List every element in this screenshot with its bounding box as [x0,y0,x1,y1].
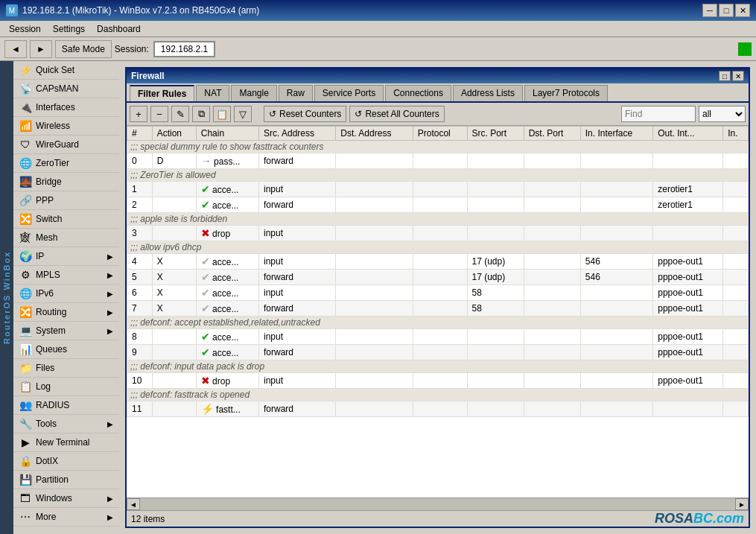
col-src--port[interactable]: Src. Port [467,127,524,141]
menu-session[interactable]: Session [3,22,47,36]
col-in-[interactable]: In. [723,127,749,141]
table-row[interactable]: ;;; defconf: accept established,related,… [127,317,749,329]
cell-dst [413,401,467,417]
col-protocol[interactable]: Protocol [413,127,467,141]
remove-rule-button[interactable]: − [150,106,168,122]
cell-proto: 17 (udp) [467,270,524,285]
table-row[interactable]: 2✔ acce...forwardzerotier1 [127,197,749,213]
cell-sport [524,254,580,270]
table-row[interactable]: 5X✔ acce...forward17 (udp)546pppoe-out1 [127,270,749,285]
table-row[interactable]: 1✔ acce...inputzerotier1 [127,182,749,197]
close-button[interactable]: ✕ [735,4,750,17]
horizontal-scrollbar[interactable]: ◄ ► [127,498,749,510]
sidebar-item-bridge[interactable]: 🌉 Bridge [13,173,119,191]
sidebar-item-quick-set[interactable]: ⚡ Quick Set [13,61,119,80]
col-chain[interactable]: Chain [196,127,258,141]
sidebar-item-windows[interactable]: 🗔 Windows ▶ [13,489,119,508]
sidebar-item-ipv6[interactable]: 🌐 IPv6 ▶ [13,285,119,303]
sidebar-item-mpls[interactable]: ⚙ MPLS ▶ [13,266,119,285]
cell-src [336,254,413,270]
search-input[interactable] [621,106,696,122]
table-row[interactable]: ;;; ZeroTier is allowed [127,169,749,182]
sidebar-item-new-terminal[interactable]: ▶ New Terminal [13,433,119,452]
col-out--int---[interactable]: Out. Int... [653,127,723,141]
sidebar-item-system[interactable]: 💻 System ▶ [13,322,119,340]
table-row[interactable]: 9✔ acce...forwardpppoe-out1 [127,345,749,360]
sidebar-item-radius[interactable]: 👥 RADIUS [13,396,119,415]
sidebar-item-wireless[interactable]: 📶 Wireless [13,117,119,136]
filter-select[interactable]: allinputforwardoutput [699,106,746,122]
cell-out-iface [723,345,749,360]
comment-cell: ;;; apple site is forbidden [127,213,749,226]
sidebar-item-queues[interactable]: 📊 Queues [13,340,119,359]
col-action[interactable]: Action [152,127,196,141]
sidebar-item-tools[interactable]: 🔧 Tools ▶ [13,415,119,433]
sidebar-item-mesh[interactable]: 🕸 Mesh [13,229,119,247]
col--[interactable]: # [127,127,153,141]
sidebar-item-switch[interactable]: 🔀 Switch [13,210,119,229]
sidebar-item-files[interactable]: 📁 Files [13,359,119,378]
sidebar-item-wireguard[interactable]: 🛡 WireGuard [13,136,119,154]
maximize-button[interactable]: □ [719,4,734,17]
scroll-track[interactable] [140,498,735,510]
table-row[interactable]: ;;; allow ipv6 dhcp [127,241,749,254]
tab-filter-rules[interactable]: Filter Rules [130,85,194,101]
add-rule-button[interactable]: + [130,106,147,122]
table-row[interactable]: ;;; special dummy rule to show fasttrack… [127,141,749,153]
fw-close-button[interactable]: ✕ [732,71,744,81]
tab-nat[interactable]: NAT [196,85,229,101]
table-row[interactable]: ;;; defconf: fasttrack is opened [127,389,749,401]
table-row[interactable]: 8✔ acce...inputpppoe-out1 [127,329,749,345]
sidebar-icon-partition: 💾 [19,474,31,486]
safe-mode-button[interactable]: Safe Mode [55,40,112,58]
sidebar-item-routing[interactable]: 🔀 Routing ▶ [13,303,119,322]
col-src--address[interactable]: Src. Address [258,127,335,141]
menu-dashboard[interactable]: Dashboard [91,22,147,36]
col-dst--port[interactable]: Dst. Port [524,127,580,141]
table-row[interactable]: 11⚡ fastt...forward [127,401,749,417]
table-row[interactable]: ;;; defconf: input data pack is drop [127,360,749,373]
table-row[interactable]: 3✖ dropinput [127,226,749,241]
tab-service-ports[interactable]: Service Ports [314,85,384,101]
tab-raw[interactable]: Raw [279,85,313,101]
col-in--interface[interactable]: In. Interface [580,127,652,141]
table-row[interactable]: 6X✔ acce...input58pppoe-out1 [127,285,749,301]
sidebar-label-partition: Partition [36,474,69,485]
copy-rule-button[interactable]: ⧉ [192,106,210,122]
scroll-right-button[interactable]: ► [735,498,749,510]
filter-button[interactable]: ▽ [234,106,252,122]
reset-all-counters-button[interactable]: ↺ Reset All Counters [349,106,444,122]
tab-mangle[interactable]: Mangle [231,85,276,101]
fw-restore-button[interactable]: □ [719,71,731,81]
tab-address-lists[interactable]: Address Lists [453,85,523,101]
sidebar-item-ppp[interactable]: 🔗 PPP [13,191,119,210]
paste-rule-button[interactable]: 📋 [213,106,231,122]
sidebar-item-ip[interactable]: 🌍 IP ▶ [13,247,119,266]
sidebar-item-zerotier[interactable]: 🌐 ZeroTier [13,154,119,173]
table-row[interactable]: 10✖ dropinputpppoe-out1 [127,373,749,389]
tab-connections[interactable]: Connections [385,85,451,101]
tab-layer7-protocols[interactable]: Layer7 Protocols [524,85,608,101]
minimize-button[interactable]: ─ [702,4,717,17]
forward-button[interactable]: ► [30,40,52,58]
edit-rule-button[interactable]: ✎ [171,106,189,122]
sidebar-item-more[interactable]: ⋯ More ▶ [13,508,119,527]
table-row[interactable]: 4X✔ acce...input17 (udp)546pppoe-out1 [127,254,749,270]
sidebar-item-dot1x[interactable]: 🔒 DotIX [13,452,119,471]
col-dst--address[interactable]: Dst. Address [336,127,413,141]
cell-in-iface: pppoe-out1 [653,285,723,301]
table-row[interactable]: ;;; apple site is forbidden [127,213,749,226]
sidebar-brand: RouterOS WinBox [0,61,13,534]
back-button[interactable]: ◄ [4,40,27,58]
table-row[interactable]: 7X✔ acce...forward58pppoe-out1 [127,301,749,317]
table-row[interactable]: 0D→ pass...forward [127,153,749,169]
sidebar-icon-mesh: 🕸 [19,232,31,244]
reset-counters-button[interactable]: ↺ Reset Counters [264,106,346,122]
menu-settings[interactable]: Settings [47,22,91,36]
sidebar-item-partition[interactable]: 💾 Partition [13,471,119,489]
sidebar-label-ipv6: IPv6 [36,288,54,299]
sidebar-item-log[interactable]: 📋 Log [13,378,119,396]
scroll-left-button[interactable]: ◄ [127,498,140,510]
sidebar-item-interfaces[interactable]: 🔌 Interfaces [13,98,119,117]
sidebar-item-capsman[interactable]: 📡 CAPsMAN [13,80,119,98]
